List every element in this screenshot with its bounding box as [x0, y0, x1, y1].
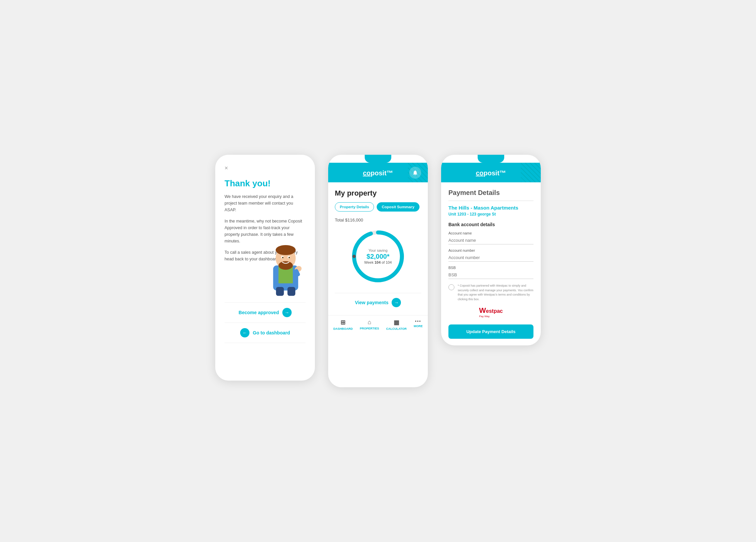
donut-container: Your saving $2,000* Week 104 of 104	[335, 226, 421, 286]
screen3-header-pattern	[521, 163, 541, 182]
donut-week: Week 104 of 104	[364, 260, 392, 264]
svg-rect-11	[276, 287, 284, 296]
screen1-content: × Thank you! We have received your enqui…	[215, 155, 315, 381]
terms-row: * Coposit has partnered with Westpac to …	[448, 284, 533, 302]
tabs-row: Property Details Coposit Summary	[335, 202, 421, 212]
notch	[365, 155, 391, 163]
screen3-header: coposit™	[441, 163, 541, 182]
nav-dashboard-label: DASHBOARD	[333, 327, 353, 330]
view-payments-button[interactable]: View payments →	[335, 293, 421, 312]
calculator-icon: ▦	[394, 319, 399, 326]
screen2-header: coposit™	[328, 163, 428, 182]
account-number-input[interactable]	[448, 254, 533, 262]
dashboard-arrow: ←	[240, 328, 249, 337]
more-icon: •••	[415, 319, 422, 323]
property-name: The Hills - Mason Apartments	[448, 205, 533, 211]
donut-label: Your saving	[364, 248, 392, 252]
dashboard-icon: ⊞	[340, 319, 345, 326]
screen2-body: My property Property Details Coposit Sum…	[328, 182, 428, 315]
property-unit: Unit 1203 - 123 george St	[448, 212, 533, 217]
nav-dashboard[interactable]: ⊞ DASHBOARD	[333, 319, 353, 330]
screen3-logo-co: co	[476, 169, 483, 177]
nav-bar: ⊞ DASHBOARD ⌂ PROPERTIES ▦ CALCULATOR ••…	[328, 315, 428, 336]
properties-icon: ⌂	[368, 319, 371, 326]
nav-properties[interactable]: ⌂ PROPERTIES	[360, 319, 379, 330]
coposit-logo: coposit™	[363, 169, 393, 177]
nav-calculator-label: CALCULATOR	[386, 327, 407, 330]
bsb-input[interactable]	[448, 271, 533, 279]
westpac-w: W	[479, 306, 486, 315]
go-to-dashboard-button[interactable]: ← Go to dashboard	[225, 323, 306, 343]
logo-co: co	[363, 169, 370, 177]
svg-point-8	[289, 257, 290, 258]
screen3-inner: coposit™ Payment Details The Hills - Mas…	[441, 155, 541, 345]
payment-details-title: Payment Details	[448, 189, 533, 201]
screen1-inner: × Thank you! We have received your enqui…	[215, 155, 315, 381]
donut-of: of 104	[382, 260, 392, 264]
screen2-inner: coposit™ My property Property Details Co…	[328, 155, 428, 336]
bell-button[interactable]	[409, 167, 421, 179]
screens-container: × Thank you! We have received your enqui…	[215, 155, 541, 387]
character-illustration	[262, 231, 309, 297]
view-payments-arrow: →	[392, 298, 401, 307]
screen3-notch	[478, 155, 504, 163]
nav-more-label: MORE	[414, 324, 423, 328]
donut-wrapper: Your saving $2,000* Week 104 of 104	[348, 226, 408, 286]
terms-checkbox[interactable]	[448, 284, 454, 290]
become-approved-button[interactable]: Become approved →	[225, 303, 306, 323]
donut-week-num: 104	[374, 260, 380, 264]
account-name-label: Account name	[448, 231, 533, 235]
nav-calculator[interactable]: ▦ CALCULATOR	[386, 319, 407, 330]
bsb-label: BSB	[448, 266, 533, 270]
tab-property-details[interactable]: Property Details	[335, 202, 374, 212]
nav-more[interactable]: ••• MORE	[414, 319, 423, 330]
donut-text: Your saving $2,000* Week 104 of 104	[364, 248, 392, 264]
svg-point-15	[352, 255, 356, 258]
screen3-logo-posit: posit™	[484, 169, 506, 177]
close-button[interactable]: ×	[225, 165, 228, 172]
page-title: My property	[335, 189, 421, 198]
westpac-logo: Westpac Pay Way	[448, 306, 533, 318]
account-name-field: Account name	[448, 231, 533, 244]
westpac-text: Westpac	[479, 308, 503, 314]
screen1-buttons: Become approved → ← Go to dashboard	[225, 302, 306, 343]
svg-line-10	[296, 271, 298, 274]
svg-point-7	[282, 257, 283, 258]
total-label: Total $116,000	[335, 218, 421, 223]
nav-properties-label: PROPERTIES	[360, 327, 379, 330]
tab-coposit-summary[interactable]: Coposit Summary	[377, 202, 419, 212]
logo-posit: posit™	[371, 169, 393, 177]
screen1-phone: × Thank you! We have received your enqui…	[215, 155, 315, 381]
screen2-phone: coposit™ My property Property Details Co…	[328, 155, 428, 387]
donut-amount: $2,000*	[364, 252, 392, 260]
terms-text: * Coposit has partnered with Westpac to …	[458, 284, 533, 302]
go-to-dashboard-label: Go to dashboard	[253, 330, 290, 335]
become-approved-arrow: →	[282, 308, 292, 317]
screen3-phone: coposit™ Payment Details The Hills - Mas…	[441, 155, 541, 345]
svg-rect-12	[287, 287, 295, 296]
account-number-field: Account number	[448, 248, 533, 262]
westpac-name: estpac	[486, 308, 503, 314]
bsb-field: BSB	[448, 266, 533, 279]
para1: We have received your enquiry and a proj…	[225, 193, 306, 213]
svg-point-3	[276, 245, 296, 255]
screen3-body: Payment Details The Hills - Mason Apartm…	[441, 182, 541, 345]
account-number-label: Account number	[448, 248, 533, 252]
update-payment-button[interactable]: Update Payment Details	[448, 324, 533, 339]
screen3-coposit-logo: coposit™	[476, 169, 506, 177]
svg-point-4	[278, 261, 293, 270]
bank-title: Bank account details	[448, 222, 533, 227]
westpac-sub: Pay Way	[479, 315, 503, 318]
account-name-input[interactable]	[448, 236, 533, 244]
thank-you-title: Thank you!	[225, 178, 306, 189]
view-payments-label: View payments	[355, 300, 389, 305]
become-approved-label: Become approved	[238, 310, 279, 315]
